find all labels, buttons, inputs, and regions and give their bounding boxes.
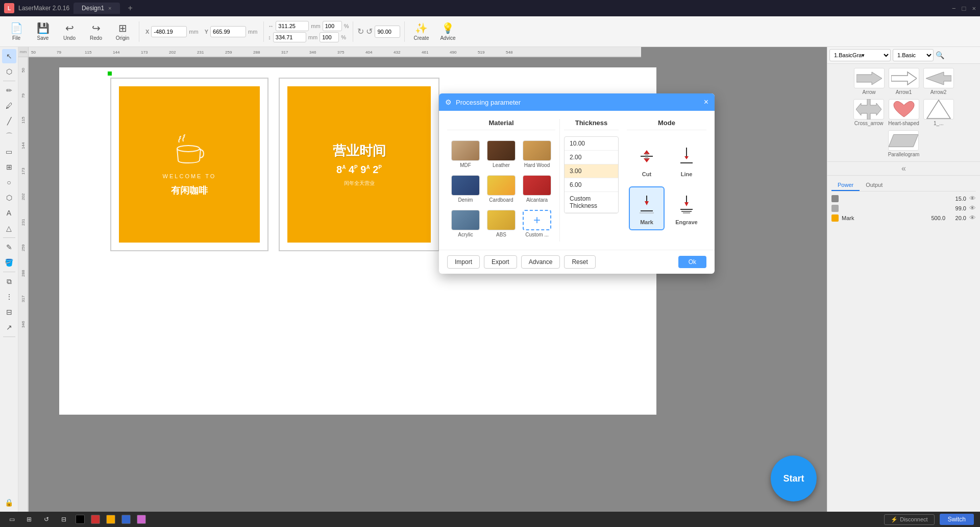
arrow1-shape bbox=[889, 68, 919, 88]
width-pct-input[interactable] bbox=[323, 21, 342, 31]
material-abs[interactable]: ABS bbox=[485, 208, 518, 239]
mode-mark[interactable]: Mark bbox=[629, 186, 665, 230]
svg-text:115: 115 bbox=[85, 50, 92, 55]
create-button[interactable]: ✨ Create bbox=[409, 20, 433, 43]
path-tool[interactable]: ↗ bbox=[2, 320, 16, 334]
close-button[interactable]: × bbox=[972, 5, 976, 12]
power-tab[interactable]: Power bbox=[831, 180, 860, 191]
arc-tool[interactable]: ⌒ bbox=[2, 129, 16, 143]
reset-button[interactable]: Reset bbox=[564, 255, 595, 269]
start-button[interactable]: Start bbox=[771, 456, 817, 501]
redo-button[interactable]: ↪ Redo bbox=[84, 20, 108, 43]
tab-close-icon[interactable]: × bbox=[108, 5, 111, 11]
height-input[interactable] bbox=[273, 32, 306, 42]
disconnect-button[interactable]: ⚡ Disconnect bbox=[884, 514, 934, 525]
material-mdf[interactable]: MDF bbox=[449, 138, 482, 170]
import-button[interactable]: Import bbox=[447, 255, 480, 269]
x-input[interactable] bbox=[151, 26, 187, 37]
circle-tool[interactable]: ○ bbox=[2, 175, 16, 189]
lock-tool[interactable]: 🔒 bbox=[2, 495, 16, 510]
arrow-item-arrow[interactable]: Arrow bbox=[854, 68, 885, 95]
bottom-tool-4[interactable]: ⊟ bbox=[58, 514, 69, 525]
arrow-item-1[interactable]: 1_... bbox=[923, 99, 954, 126]
material-custom[interactable]: + Custom ... bbox=[521, 208, 553, 239]
color-orange[interactable] bbox=[106, 515, 115, 524]
svg-text:490: 490 bbox=[450, 50, 457, 55]
collapse-section[interactable]: « bbox=[827, 161, 980, 175]
origin-button[interactable]: ⊞ Origin bbox=[110, 20, 135, 43]
maximize-button[interactable]: □ bbox=[962, 5, 966, 12]
arrow-item-arrow1[interactable]: Arrow1 bbox=[889, 68, 919, 95]
save-button[interactable]: 💾 Save bbox=[31, 20, 55, 43]
thickness-3[interactable]: 3.00 bbox=[565, 164, 618, 178]
bezier-tool[interactable]: 🖊 bbox=[2, 99, 16, 113]
modal-close-button[interactable]: × bbox=[704, 98, 708, 107]
svg-text:173: 173 bbox=[141, 50, 148, 55]
edit-node-tool[interactable]: ✎ bbox=[2, 240, 16, 254]
select-tool[interactable]: ↖ bbox=[2, 49, 16, 63]
material-denim[interactable]: Denim bbox=[449, 173, 482, 205]
eye-icon-1[interactable]: 👁 bbox=[969, 195, 976, 202]
bottom-select-tool[interactable]: ▭ bbox=[6, 514, 17, 525]
color-red[interactable] bbox=[91, 515, 100, 524]
arrow-item-heart[interactable]: Heart-shaped bbox=[888, 99, 919, 126]
switch-button[interactable]: Switch bbox=[940, 514, 974, 525]
material-alcantara[interactable]: Alcantara bbox=[521, 173, 553, 205]
color-black[interactable] bbox=[76, 515, 85, 524]
svg-text:432: 432 bbox=[394, 50, 401, 55]
bottom-tool-2[interactable]: ⊞ bbox=[23, 514, 35, 525]
output-tab[interactable]: Output bbox=[860, 180, 889, 191]
node-tool[interactable]: ⬡ bbox=[2, 64, 16, 79]
material-hardwood[interactable]: Hard Wood bbox=[521, 138, 553, 170]
svg-marker-34 bbox=[856, 72, 882, 85]
text-tool[interactable]: A bbox=[2, 206, 16, 220]
material-acrylic[interactable]: Acrylic bbox=[449, 208, 482, 239]
dimensions-tool[interactable]: △ bbox=[2, 221, 16, 235]
align-tool[interactable]: ⋮ bbox=[2, 290, 16, 304]
thickness-6[interactable]: 6.00 bbox=[565, 178, 618, 192]
export-button[interactable]: Export bbox=[484, 255, 517, 269]
thickness-10[interactable]: 10.00 bbox=[565, 137, 618, 151]
arrow-item-parallelogram[interactable]: Parallelogram bbox=[888, 130, 920, 157]
svg-marker-39 bbox=[889, 134, 918, 147]
pen-tool[interactable]: ✏ bbox=[2, 83, 16, 98]
color-blue[interactable] bbox=[121, 515, 131, 524]
mode-cut[interactable]: Cut bbox=[629, 138, 665, 182]
polygon-tool[interactable]: ⬡ bbox=[2, 190, 16, 205]
toolbar-separator4 bbox=[404, 21, 405, 42]
table-tool[interactable]: ⊟ bbox=[2, 305, 16, 319]
thickness-custom[interactable]: Custom Thickness bbox=[565, 192, 618, 213]
undo-button[interactable]: ↩ Undo bbox=[57, 20, 82, 43]
basic-gra-dropdown[interactable]: 1.BasicGra▾ bbox=[829, 49, 891, 61]
svg-text:259: 259 bbox=[225, 50, 232, 55]
angle-input[interactable] bbox=[375, 26, 400, 38]
line-tool[interactable]: ╱ bbox=[2, 114, 16, 128]
eye-icon-mark[interactable]: 👁 bbox=[969, 214, 976, 222]
rect-tool[interactable]: ▭ bbox=[2, 145, 16, 159]
basic-dropdown[interactable]: 1.Basic bbox=[893, 49, 934, 61]
thickness-2[interactable]: 2.00 bbox=[565, 151, 618, 164]
add-tab-button[interactable]: + bbox=[124, 4, 137, 13]
mode-engrave[interactable]: Engrave bbox=[669, 186, 704, 230]
grid-tool[interactable]: ⊞ bbox=[2, 160, 16, 174]
material-cardboard[interactable]: Cardboard bbox=[485, 173, 518, 205]
material-leather[interactable]: Leather bbox=[485, 138, 518, 170]
y-input[interactable] bbox=[210, 26, 246, 37]
height-pct-input[interactable] bbox=[320, 32, 339, 42]
advice-button[interactable]: 💡 Advice bbox=[435, 20, 460, 43]
width-input[interactable] bbox=[276, 21, 309, 31]
minimize-button[interactable]: − bbox=[952, 5, 956, 12]
arrow-item-cross[interactable]: Cross_arrow bbox=[853, 99, 884, 126]
mode-line[interactable]: Line bbox=[669, 138, 704, 182]
ok-button[interactable]: Ok bbox=[678, 256, 706, 268]
eye-icon-2[interactable]: 👁 bbox=[969, 204, 976, 212]
color-purple[interactable] bbox=[137, 515, 146, 524]
file-button[interactable]: 📄 File bbox=[4, 20, 29, 43]
bottom-tool-3[interactable]: ↺ bbox=[41, 514, 52, 525]
layer-tool[interactable]: ⧉ bbox=[2, 274, 16, 289]
advance-button[interactable]: Advance bbox=[521, 255, 560, 269]
fill-tool[interactable]: 🪣 bbox=[2, 255, 16, 270]
search-icon[interactable]: 🔍 bbox=[936, 51, 944, 59]
arrow-item-arrow2[interactable]: Arrow2 bbox=[923, 68, 954, 95]
design-tab[interactable]: Design1 × bbox=[74, 3, 119, 14]
